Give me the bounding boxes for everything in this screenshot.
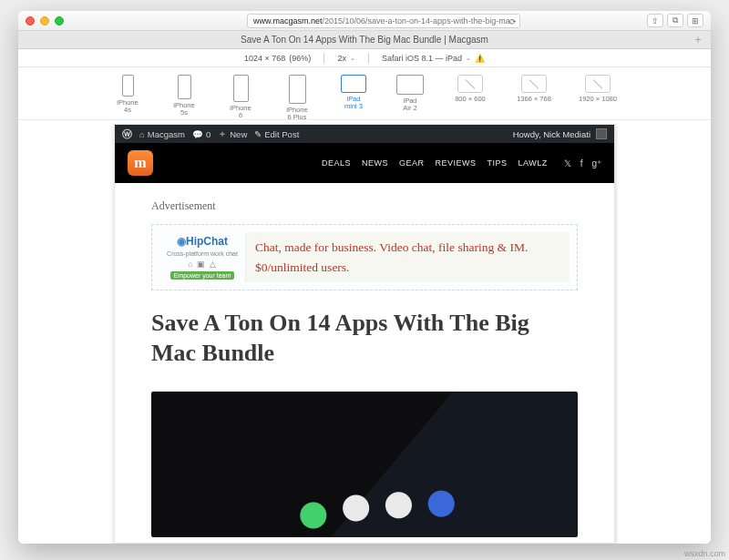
pixel-ratio[interactable]: 2x	[337, 54, 346, 63]
site-nav: DEALS NEWS GEAR REVIEWS TIPS LAWLZ	[322, 158, 548, 168]
wordpress-icon: ⓦ	[122, 127, 132, 141]
reload-icon[interactable]: ⟳	[509, 15, 517, 28]
share-button[interactable]: ⇧	[647, 14, 663, 27]
tabs-button[interactable]: ⧉	[667, 14, 683, 27]
safari-window: www.macgasm.net/2015/10/06/save-a-ton-on…	[18, 11, 711, 544]
wp-comments[interactable]: 💬 0	[192, 129, 210, 139]
zoom-window-button[interactable]	[55, 16, 64, 25]
simulated-viewport: ⓦ ⌂ Macgasm 💬 0 ＋ New ✎ Edit Post Howdy,…	[18, 120, 711, 544]
avatar[interactable]	[596, 128, 607, 139]
twitter-icon[interactable]: 𝕏	[564, 158, 571, 168]
ad-brand: ◉HipChat	[177, 235, 228, 248]
nav-reviews[interactable]: REVIEWS	[435, 158, 476, 168]
page-frame: ⓦ ⌂ Macgasm 💬 0 ＋ New ✎ Edit Post Howdy,…	[114, 124, 615, 544]
tablet-icon	[396, 75, 424, 95]
custom-size-icon	[585, 75, 611, 93]
chevron-down-icon: ⌄	[350, 55, 355, 62]
wp-site-link[interactable]: ⌂ Macgasm	[139, 129, 185, 139]
nav-lawlz[interactable]: LAWLZ	[518, 158, 547, 168]
wp-new[interactable]: ＋ New	[218, 128, 247, 140]
phone-icon	[178, 75, 191, 99]
nav-gear[interactable]: GEAR	[399, 158, 425, 168]
device-ipad-air-2[interactable]: iPadAir 2	[390, 75, 430, 112]
device-iphone-6[interactable]: iPhone6	[221, 75, 261, 119]
tab-strip: Save A Ton On 14 Apps With The Big Mac B…	[18, 31, 711, 49]
titlebar: www.macgasm.net/2015/10/06/save-a-ton-on…	[18, 11, 711, 31]
responsive-controls: 1024 × 768 (96%) 2x ⌄ Safari iOS 8.1 — i…	[18, 49, 711, 67]
ad-cta: Empower your team	[170, 271, 235, 280]
close-window-button[interactable]	[26, 16, 35, 25]
ad-copy: Chat, made for business. Video chat, fil…	[246, 232, 570, 282]
facebook-icon[interactable]: f	[580, 158, 583, 168]
url-path: /2015/10/06/save-a-ton-on-14-apps-with-t…	[323, 15, 510, 27]
article-content: Advertisement ◉HipChat Cross-platform wo…	[115, 183, 614, 537]
custom-size-icon	[521, 75, 547, 93]
warning-icon: ⚠️	[475, 54, 485, 63]
article-hero-image	[151, 392, 578, 537]
new-tab-button[interactable]: ＋	[693, 32, 703, 47]
device-iphone-5s[interactable]: iPhone5s	[164, 75, 204, 117]
user-agent[interactable]: Safari iOS 8.1 — iPad	[382, 54, 462, 63]
device-custom-1366[interactable]: 1366 × 768	[510, 75, 558, 103]
phone-icon	[289, 75, 306, 104]
url-bar[interactable]: www.macgasm.net/2015/10/06/save-a-ton-on…	[247, 14, 520, 28]
ad-label: Advertisement	[151, 199, 578, 213]
wp-logo[interactable]: ⓦ	[122, 127, 132, 141]
ad-line-1: Chat, made for business. Video chat, fil…	[255, 238, 560, 258]
ad-subtitle: Cross-platform work chat	[167, 250, 238, 257]
phone-icon	[122, 75, 134, 97]
viewport-dimensions[interactable]: 1024 × 768	[244, 54, 285, 63]
device-custom-1920[interactable]: 1920 × 1080	[574, 75, 621, 103]
custom-size-icon	[457, 75, 483, 93]
nav-tips[interactable]: TIPS	[487, 158, 507, 168]
ad-brand-block: ◉HipChat Cross-platform work chat ⌂ ▣ △ …	[159, 232, 246, 282]
site-logo[interactable]: m	[128, 150, 153, 176]
device-custom-800[interactable]: 800 × 600	[447, 75, 494, 103]
device-iphone-6-plus[interactable]: iPhone6 Plus	[277, 75, 317, 121]
site-header: m DEALS NEWS GEAR REVIEWS TIPS LAWLZ 𝕏 f…	[115, 143, 614, 183]
google-plus-icon[interactable]: g⁺	[591, 158, 601, 168]
tablet-icon	[341, 75, 366, 93]
phone-icon	[233, 75, 249, 102]
nav-deals[interactable]: DEALS	[322, 158, 351, 168]
tab-title[interactable]: Save A Ton On 14 Apps With The Big Mac B…	[241, 35, 488, 45]
ad-platforms-icons: ⌂ ▣ △	[188, 260, 216, 269]
chevron-down-icon: ⌄	[466, 55, 471, 62]
traffic-lights	[26, 16, 64, 25]
viewport-percent: (96%)	[289, 54, 311, 63]
device-ipad-mini-3[interactable]: iPadmini 3	[334, 75, 374, 110]
wp-edit[interactable]: ✎ Edit Post	[254, 129, 299, 139]
ad-line-2: $0/unlimited users.	[255, 258, 560, 278]
wp-admin-bar: ⓦ ⌂ Macgasm 💬 0 ＋ New ✎ Edit Post Howdy,…	[115, 125, 614, 143]
device-iphone-4s[interactable]: iPhone4s	[108, 75, 148, 114]
article-headline: Save A Ton On 14 Apps With The Big Mac B…	[151, 309, 578, 368]
ad-unit[interactable]: ◉HipChat Cross-platform work chat ⌂ ▣ △ …	[151, 224, 578, 290]
wp-howdy[interactable]: Howdy, Nick Mediati	[513, 129, 590, 139]
minimize-window-button[interactable]	[40, 16, 49, 25]
inspector-button[interactable]: ⊞	[687, 14, 703, 27]
url-domain: www.macgasm.net	[253, 15, 323, 27]
nav-news[interactable]: NEWS	[362, 158, 388, 168]
watermark: wsxdn.com	[684, 549, 725, 558]
device-presets: iPhone4s iPhone5s iPhone6 iPhone6 Plus i…	[18, 67, 711, 120]
